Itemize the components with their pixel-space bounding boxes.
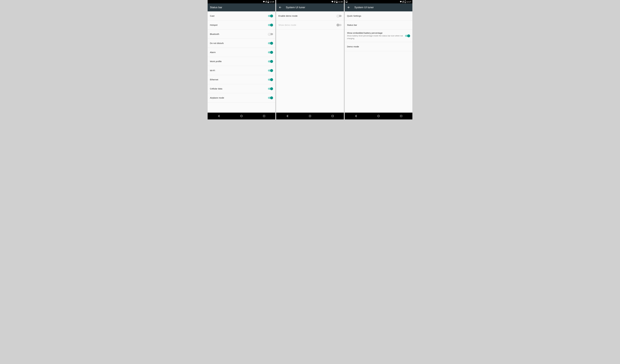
- row-wifi[interactable]: Wi-Fi: [208, 66, 275, 75]
- no-sim-icon: [403, 1, 404, 3]
- row-label: Bluetooth: [210, 33, 266, 35]
- switch-alarm[interactable]: [268, 51, 273, 54]
- app-bar: System UI tuner: [276, 3, 344, 11]
- row-label: Work profile: [210, 60, 266, 63]
- row-hotspot[interactable]: Hotspot: [208, 20, 275, 30]
- status-bar-system: 21 12:27: [345, 0, 412, 3]
- row-label: Hotspot: [210, 24, 266, 26]
- clock-text: 12:27: [406, 1, 411, 3]
- status-bar-system: 12:26: [276, 0, 344, 3]
- app-bar: Status bar: [208, 3, 275, 11]
- navigation-bar: [276, 113, 344, 120]
- app-bar: System UI tuner: [345, 3, 412, 11]
- nav-home-button[interactable]: [239, 114, 244, 118]
- switch-enable-demo-mode[interactable]: [337, 15, 341, 17]
- nav-recents-button[interactable]: [262, 114, 266, 118]
- row-embedded-battery-pct[interactable]: Show embedded battery percentage Show ba…: [345, 30, 412, 42]
- row-label: Show embedded battery percentage: [347, 32, 403, 34]
- navigation-bar: [345, 113, 412, 120]
- svg-rect-4: [263, 115, 265, 117]
- row-label: Cellular data: [210, 88, 266, 90]
- nav-back-button[interactable]: [285, 114, 290, 118]
- row-label: Ethernet: [210, 78, 266, 81]
- row-label: Wi-Fi: [210, 69, 266, 72]
- settings-list[interactable]: Quick Settings Status bar Show embedded …: [345, 11, 412, 113]
- row-label: Alarm: [210, 51, 266, 54]
- svg-rect-2: [268, 1, 269, 2]
- svg-rect-1: [268, 1, 268, 1]
- no-sim-icon: [334, 1, 336, 3]
- battery-pct-text: 21: [404, 2, 406, 3]
- row-status-bar[interactable]: Status bar: [345, 20, 412, 30]
- row-cellular-data[interactable]: Cellular data: [208, 84, 275, 93]
- row-bluetooth[interactable]: Bluetooth: [208, 30, 275, 39]
- svg-point-14: [378, 115, 379, 117]
- row-label: Cast: [210, 15, 266, 17]
- row-show-demo-mode: Show demo mode: [276, 20, 344, 30]
- switch-ethernet[interactable]: [268, 78, 273, 81]
- svg-rect-15: [400, 115, 402, 117]
- row-dnd[interactable]: Do not disturb: [208, 39, 275, 48]
- image-notification-icon: [345, 1, 348, 3]
- switch-show-demo-mode: [337, 24, 341, 27]
- clock-text: 12:26: [338, 1, 343, 3]
- no-sim-icon: [265, 1, 267, 3]
- row-label: Show demo mode: [279, 24, 335, 26]
- screen-status-bar: 12:26 Status bar Cast Hotspot Bluetooth …: [208, 0, 275, 120]
- app-bar-title: Status bar: [210, 6, 222, 9]
- nav-home-button[interactable]: [376, 114, 381, 118]
- switch-bluetooth[interactable]: [268, 33, 273, 36]
- navigation-bar: [208, 113, 275, 120]
- switch-airplane-mode[interactable]: [268, 96, 273, 99]
- row-label: Do not disturb: [210, 42, 266, 45]
- row-alarm[interactable]: Alarm: [208, 48, 275, 57]
- app-bar-title: System UI tuner: [286, 6, 305, 9]
- svg-rect-12: [405, 0, 405, 1]
- nav-recents-button[interactable]: [399, 114, 403, 118]
- row-cast[interactable]: Cast: [208, 11, 275, 20]
- row-enable-demo-mode[interactable]: Enable demo mode: [276, 11, 344, 20]
- battery-icon: [268, 1, 269, 3]
- battery-icon: [336, 1, 338, 3]
- switch-work-profile[interactable]: [268, 60, 273, 63]
- row-airplane-mode[interactable]: Airplane mode: [208, 93, 275, 102]
- svg-rect-6: [337, 1, 337, 1]
- switch-hotspot[interactable]: [268, 24, 273, 27]
- row-ethernet[interactable]: Ethernet: [208, 75, 275, 84]
- switch-dnd[interactable]: [268, 42, 273, 45]
- screen-demo-mode: 12:26 System UI tuner Enable demo mode S…: [276, 0, 344, 120]
- switch-embedded-battery-pct[interactable]: [405, 34, 410, 37]
- wifi-icon: [263, 1, 265, 2]
- screen-ui-tuner-main: 21 12:27 System UI tuner Quick Settings …: [345, 0, 412, 120]
- nav-back-button[interactable]: [217, 114, 221, 118]
- row-label: Quick Settings: [347, 15, 408, 17]
- row-work-profile[interactable]: Work profile: [208, 57, 275, 66]
- status-bar-system: 12:26: [208, 0, 275, 3]
- row-label: Enable demo mode: [279, 15, 335, 17]
- switch-cast[interactable]: [268, 15, 273, 17]
- wifi-icon: [400, 1, 402, 2]
- nav-back-button[interactable]: [354, 114, 358, 118]
- row-sublabel: Show battery level percentage inside the…: [347, 34, 403, 40]
- svg-point-8: [309, 115, 311, 117]
- wifi-icon: [331, 1, 333, 2]
- app-bar-title: System UI tuner: [354, 6, 374, 9]
- switch-cellular-data[interactable]: [268, 87, 273, 90]
- nav-recents-button[interactable]: [330, 114, 335, 118]
- row-label: Status bar: [347, 24, 408, 26]
- row-quick-settings[interactable]: Quick Settings: [345, 11, 412, 20]
- back-button[interactable]: [279, 6, 282, 9]
- row-demo-mode[interactable]: Demo mode: [345, 42, 412, 51]
- nav-home-button[interactable]: [308, 114, 312, 118]
- row-label: Demo mode: [347, 45, 408, 48]
- switch-wifi[interactable]: [268, 69, 273, 72]
- settings-list[interactable]: Enable demo mode Show demo mode: [276, 11, 344, 113]
- svg-point-3: [240, 115, 242, 117]
- battery-pct-icon: 21: [404, 0, 406, 3]
- svg-rect-7: [337, 1, 338, 2]
- clock-text: 12:26: [269, 1, 274, 3]
- settings-list[interactable]: Cast Hotspot Bluetooth Do not disturb Al…: [208, 11, 275, 113]
- row-label: Airplane mode: [210, 97, 266, 99]
- svg-rect-9: [332, 115, 333, 117]
- back-button[interactable]: [347, 6, 350, 9]
